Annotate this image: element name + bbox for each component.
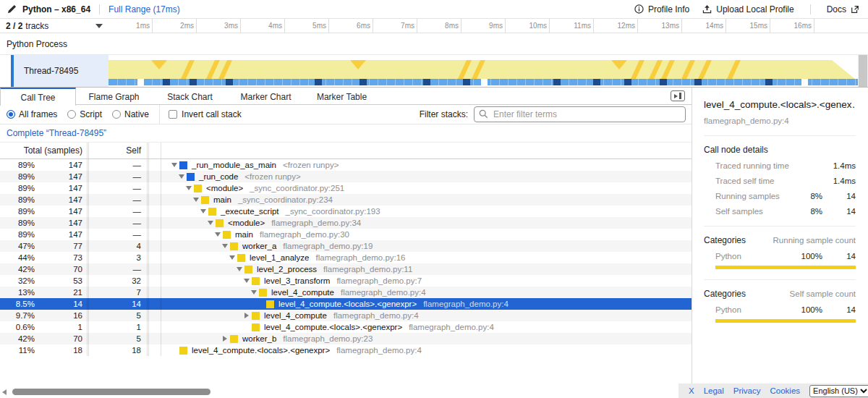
- self-cell: 7: [89, 287, 147, 298]
- radio-option-all-frames[interactable]: All frames: [7, 109, 57, 119]
- frame-file: flamegraph_demo.py:30: [260, 230, 349, 239]
- category-meter-bar: [715, 319, 856, 323]
- call-tree-row[interactable]: 9.7%165level_4_computeflamegraph_demo.py…: [0, 310, 692, 321]
- pencil-icon[interactable]: [7, 4, 17, 14]
- call-tree-row[interactable]: 89%147—_run_code<frozen runpy>: [0, 171, 692, 182]
- total-cell: 16: [38, 310, 87, 321]
- tracks-dropdown[interactable]: 2 / 2 tracks: [0, 19, 109, 33]
- self-cell: 5: [89, 310, 147, 321]
- invert-call-stack-option[interactable]: Invert call stack: [169, 109, 242, 119]
- tab-flame-graph[interactable]: Flame Graph: [76, 88, 152, 105]
- scrollbar-thumb[interactable]: [12, 389, 210, 395]
- yellow-category-square-icon: [244, 266, 252, 274]
- radio-button[interactable]: [112, 110, 121, 119]
- footer-link-x[interactable]: X: [689, 386, 694, 395]
- external-link-icon: [851, 5, 859, 14]
- expand-arrow-icon[interactable]: [220, 336, 230, 342]
- footer-link-cookies[interactable]: Cookies: [770, 386, 801, 395]
- category-value: 14: [822, 252, 856, 261]
- call-tree-row[interactable]: 89%147—_run_module_as_main<frozen runpy>: [0, 159, 692, 171]
- call-tree-row[interactable]: 89%147—main_sync_coordinator.py:234: [0, 194, 692, 206]
- call-tree-row[interactable]: 89%147—_execute_script_sync_coordinator.…: [0, 206, 692, 217]
- tab-call-tree[interactable]: Call Tree: [0, 88, 76, 106]
- total-cell: 53: [38, 275, 87, 287]
- call-tree-row[interactable]: 47%774worker_aflamegraph_demo.py:19: [0, 240, 692, 252]
- total-cell: 77: [38, 240, 87, 252]
- column-divider: [161, 143, 161, 158]
- full-range-link[interactable]: Full Range (17ms): [109, 4, 180, 14]
- thread-label[interactable]: Thread-78495: [14, 55, 109, 87]
- upload-profile-button[interactable]: Upload Local Profile: [702, 4, 793, 14]
- detail-label: Self samples: [715, 207, 791, 216]
- upload-icon: [702, 4, 712, 14]
- filter-stacks-input[interactable]: [474, 106, 686, 122]
- call-tree-row[interactable]: 42%70—level_2_processflamegraph_demo.py:…: [0, 263, 692, 275]
- horizontal-scrollbar[interactable]: [0, 388, 673, 397]
- frame-name: level_4_compute.<locals>.<genexpr>: [264, 323, 402, 331]
- docs-link[interactable]: Docs: [827, 4, 859, 14]
- collapse-arrow-icon[interactable]: [234, 267, 244, 271]
- call-tree-row[interactable]: 89%147—mainflamegraph_demo.py:30: [0, 229, 692, 240]
- collapse-arrow-icon[interactable]: [249, 290, 259, 295]
- footer-link-privacy[interactable]: Privacy: [733, 386, 761, 395]
- scrollbar-thumb[interactable]: [859, 55, 867, 87]
- collapse-arrow-icon[interactable]: [176, 174, 187, 179]
- call-tree-row[interactable]: 0.6%11level_4_compute.<locals>.<genexpr>…: [0, 321, 692, 333]
- chevron-down-icon: [95, 24, 103, 28]
- call-tree-row[interactable]: 11%1818level_4_compute.<locals>.<genexpr…: [0, 344, 692, 356]
- yellow-category-square-icon: [179, 347, 187, 355]
- call-tree-row[interactable]: 13%217level_4_computeflamegraph_demo.py:…: [0, 287, 692, 298]
- yellow-category-square-icon: [208, 208, 216, 216]
- open-sidebar-icon[interactable]: [671, 90, 685, 101]
- collapse-arrow-icon[interactable]: [191, 198, 201, 202]
- frame-cell: level_2_processflamegraph_demo.py:11: [161, 263, 692, 275]
- thread-activity-graph[interactable]: [109, 55, 858, 87]
- scroll-left-arrow-icon[interactable]: [2, 389, 7, 395]
- footer-link-legal[interactable]: Legal: [704, 386, 724, 395]
- invert-call-stack-checkbox[interactable]: [169, 110, 177, 119]
- total-cell: 147: [38, 182, 87, 194]
- self-column-header[interactable]: Self: [89, 145, 147, 156]
- total-column-header[interactable]: Total (samples): [0, 145, 87, 156]
- collapse-arrow-icon[interactable]: [205, 221, 216, 225]
- frame-name: _run_code: [199, 172, 238, 181]
- pct-cell: 32%: [0, 275, 38, 287]
- category-row: Python100%14: [704, 305, 856, 314]
- timeline-vertical-scrollbar[interactable]: [858, 55, 868, 87]
- collapse-arrow-icon[interactable]: [242, 279, 252, 283]
- pct-cell: 89%: [0, 206, 38, 217]
- firefox-profiler-app: Python – x86_64 Full Range (17ms) Profil…: [0, 0, 868, 398]
- tab-marker-table[interactable]: Marker Table: [304, 88, 380, 105]
- spacer: [149, 275, 161, 287]
- process-track[interactable]: Python Process: [0, 33, 868, 55]
- call-tree-row[interactable]: 89%147—<module>flamegraph_demo.py:34: [0, 217, 692, 229]
- call-tree-row[interactable]: 42%705worker_bflamegraph_demo.py:23: [0, 333, 692, 344]
- call-tree-row[interactable]: 8.5%1414level_4_compute.<locals>.<genexp…: [0, 298, 692, 310]
- radio-button[interactable]: [67, 110, 76, 119]
- language-select[interactable]: English (US): [809, 385, 868, 397]
- collapse-arrow-icon[interactable]: [169, 163, 179, 167]
- call-node-details-heading: Call node details: [704, 145, 856, 155]
- radio-button[interactable]: [7, 110, 15, 119]
- expand-arrow-icon[interactable]: [242, 313, 252, 318]
- call-tree-row[interactable]: 89%147—<module>_sync_coordinator.py:251: [0, 182, 692, 194]
- tab-stack-chart[interactable]: Stack Chart: [152, 88, 228, 105]
- radio-option-native[interactable]: Native: [112, 109, 149, 119]
- profile-info-button[interactable]: Profile Info: [634, 4, 689, 14]
- tab-marker-chart[interactable]: Marker Chart: [228, 88, 304, 105]
- call-tree-row[interactable]: 44%733level_1_analyzeflamegraph_demo.py:…: [0, 252, 692, 263]
- frame-file: flamegraph_demo.py:19: [283, 242, 373, 250]
- call-tree-row[interactable]: 32%5332level_3_transformflamegraph_demo.…: [0, 275, 692, 287]
- radio-option-script[interactable]: Script: [67, 109, 102, 119]
- collapse-arrow-icon[interactable]: [227, 255, 237, 260]
- frame-cell: mainflamegraph_demo.py:30: [161, 229, 692, 240]
- total-cell: 70: [38, 263, 87, 275]
- complete-thread-link[interactable]: Complete “Thread-78495”: [7, 128, 106, 138]
- collapse-arrow-icon[interactable]: [213, 232, 223, 237]
- collapse-arrow-icon[interactable]: [184, 186, 194, 190]
- frame-name: level_4_compute: [271, 288, 334, 297]
- collapse-arrow-icon[interactable]: [198, 209, 208, 213]
- spacer: [149, 287, 161, 298]
- selected-node-file: flamegraph_demo.py:4: [704, 117, 856, 125]
- collapse-arrow-icon[interactable]: [220, 244, 230, 248]
